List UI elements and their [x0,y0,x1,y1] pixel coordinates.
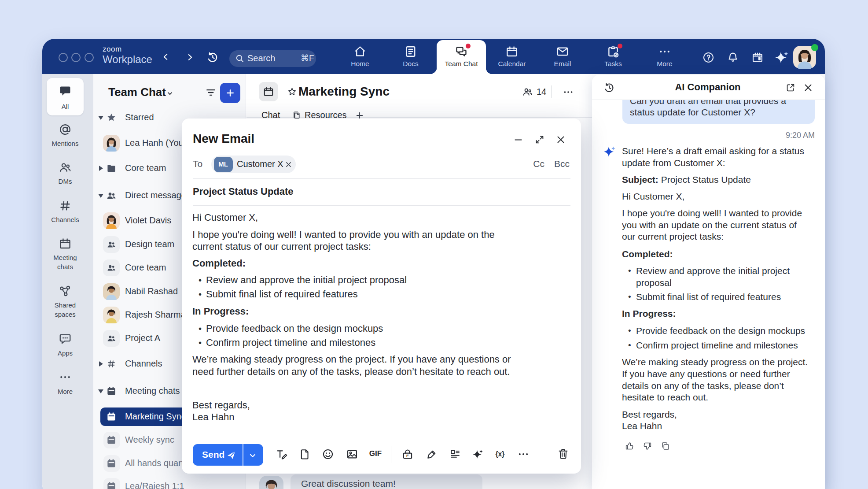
svg-text:E: E [406,454,409,458]
svg-text:{x}: {x} [496,450,505,458]
